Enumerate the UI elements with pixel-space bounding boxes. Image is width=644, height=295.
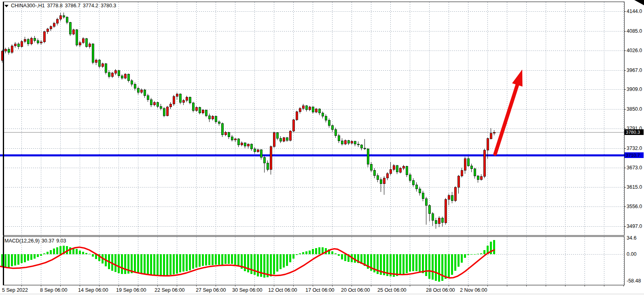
macd-bar [483,250,485,255]
candle-body-up [273,133,275,147]
price-axis-label: 3967.0 [627,68,642,73]
candle-body-up [399,168,401,172]
macd-bar [286,254,288,266]
price-axis-label: 3673.0 [627,165,642,171]
candle-body-down [189,97,191,103]
trend-arrow-shaft[interactable] [495,82,518,154]
macd-bar [461,254,463,263]
macd-bar [82,252,84,254]
candle-body-up [393,166,395,170]
macd-bar [467,254,469,255]
candle-body-down [396,166,398,172]
macd-bar [318,247,320,254]
candle-body-down [276,133,278,138]
candle-body-down [237,139,239,145]
macd-bar [160,254,162,276]
macd-bar [69,247,71,254]
macd-bar [244,254,246,271]
macd-bar [182,254,184,272]
macd-bar [331,251,333,254]
macd-bar [305,251,307,254]
macd-bar [14,254,16,266]
candle-body-down [322,113,324,116]
ohlc-high: 3786.7 [65,3,80,8]
macd-bar [445,254,447,279]
macd-bar [47,252,49,254]
candle-body-down [425,199,427,205]
price-axis-label: 3556.0 [627,204,642,209]
macd-bar [121,254,123,274]
macd-bar [247,254,249,272]
candle-body-down [331,126,333,130]
macd-bar [43,253,45,254]
candle-body-down [415,185,417,189]
price-axis-label: 4144.0 [627,9,642,14]
triangle-down-icon[interactable] [4,5,8,7]
candle-body-up [351,141,353,143]
macd-bar [480,253,482,254]
candle-body-down [98,60,100,66]
candle-body-down [280,138,282,141]
candle-body-down [76,30,78,45]
macd-bar [34,254,36,259]
candle-body-up [296,112,298,120]
time-axis-label: 27 Sep 06:00 [196,288,226,293]
macd-bar [270,254,272,276]
candle-body-up [458,176,460,188]
candle-body-down [477,176,479,179]
candle-body-up [344,141,346,144]
candle-body-up [4,49,6,51]
macd-bar [218,254,220,265]
candle-body-up [56,19,58,23]
macd-bar [441,254,443,281]
candle-body-down [150,100,152,105]
macd-bar [59,246,61,254]
candle-body-down [221,124,223,135]
macd-bar [458,254,460,267]
macd-bar [396,254,398,276]
macd-bar [79,251,81,254]
candle-body-up [445,199,447,223]
macd-bar [312,249,314,254]
macd-bar [477,254,479,254]
candle-body-up [114,70,117,73]
macd-bar [205,254,207,266]
candle-body-down [419,189,421,193]
macd-bar [402,254,405,274]
macd-bar [428,254,430,279]
macd-bar [186,254,188,271]
macd-bar [448,254,450,278]
price-axis-label: 3850.0 [627,107,642,112]
macd-bar [131,254,133,273]
macd-bar [338,254,340,256]
candle-body-down [263,157,265,163]
candle-body-down [85,38,87,46]
candle-body-down [192,103,194,111]
candle-body-up [195,107,197,111]
price-chart-canvas[interactable] [0,0,644,295]
macd-bar [302,252,304,254]
candle-body-down [380,179,382,184]
candle-body-up [454,188,456,201]
candle-body-down [360,145,362,148]
time-axis-label: 17 Oct 06:00 [305,288,335,293]
candle-body-down [160,106,162,108]
macd-bar [454,254,456,271]
macd-bar [289,254,291,262]
macd-bar [438,254,440,282]
support-level-line[interactable] [0,154,624,156]
candle-body-down [432,214,434,220]
candle-body-up [50,26,52,29]
candle-body-down [260,150,262,157]
candle-body-down [377,175,379,179]
macd-bar [37,254,39,257]
symbol-label: CHINA300-,H1 [11,3,44,8]
macd-bar [335,253,337,254]
candle-body-down [118,70,120,76]
macd-bar [176,254,178,274]
trend-arrow-head[interactable] [512,70,523,86]
macd-signal-value: 9.03 [56,238,66,244]
candle-body-down [34,38,36,41]
candle-body-down [37,40,39,43]
macd-bar [315,248,317,254]
